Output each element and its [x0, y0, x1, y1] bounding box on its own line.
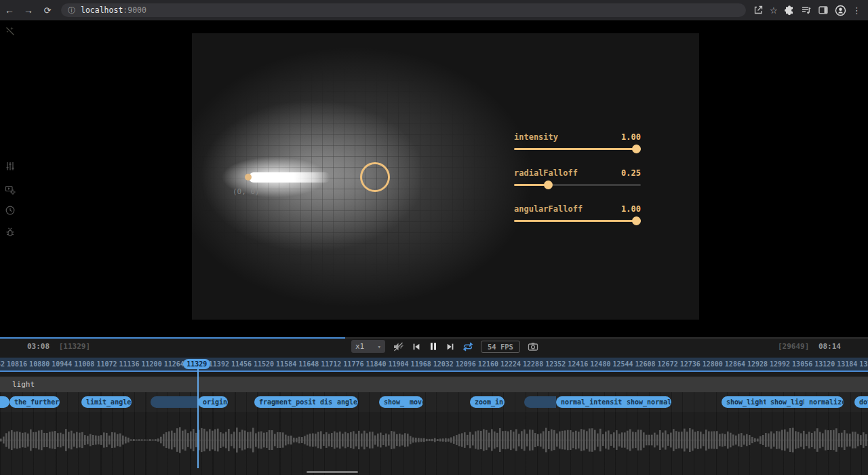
clip[interactable]: move	[405, 396, 423, 408]
ruler-frame-label: 11072	[96, 360, 117, 368]
timeline-divider	[0, 372, 868, 377]
clip[interactable]: dist	[315, 396, 332, 408]
ruler-frame-label: 12544	[612, 360, 633, 368]
ruler-frame-label: 12416	[568, 360, 588, 368]
clips-track[interactable]: the_furtherlimit_angleoriginfragment_pos…	[0, 392, 868, 412]
screenshot-camera-icon[interactable]	[528, 341, 538, 352]
current-frame-badge[interactable]: 11329	[183, 359, 210, 369]
slider-label: radialFalloff	[514, 168, 578, 178]
loop-icon[interactable]	[462, 341, 473, 352]
seek-rail[interactable]	[0, 337, 868, 339]
ruler-frame-label: 12736	[680, 360, 701, 368]
forward-icon[interactable]: →	[19, 5, 38, 16]
clip[interactable]: fragment_positi	[254, 396, 315, 408]
slider-radial-falloff[interactable]: radialFalloff 0.25	[514, 168, 641, 186]
clock-icon[interactable]	[5, 205, 16, 218]
ruler-frame-label: 10944	[52, 360, 72, 368]
ruler-frame-label: 13056	[792, 360, 812, 368]
back-icon[interactable]: ←	[0, 5, 19, 16]
slider-track[interactable]	[514, 148, 641, 150]
slider-knob[interactable]	[544, 180, 553, 189]
light-origin-handle[interactable]	[245, 174, 252, 180]
address-bar[interactable]: ⓘ localhost:9000	[61, 3, 746, 17]
ruler-frame-label: 11264	[164, 360, 184, 368]
current-time: 03:08	[27, 342, 50, 351]
clip[interactable]: show_	[379, 396, 405, 408]
clip[interactable]: zoom_in	[470, 396, 505, 408]
skip-end-icon[interactable]	[446, 342, 455, 352]
ruler-frame-label: 12672	[658, 360, 678, 368]
refresh-icon[interactable]: ⟳	[38, 5, 57, 16]
clip[interactable]: normal_intensity	[556, 396, 622, 408]
origin-coordinates-label: (0, 0)	[233, 187, 260, 196]
uniform-sliders-panel: intensity 1.00 radialFalloff 0.25 angula…	[514, 132, 641, 240]
ruler-frame-label: 12352	[545, 360, 566, 368]
ruler-frame-label: 12288	[523, 360, 543, 368]
slider-knob[interactable]	[632, 216, 641, 225]
left-toolbar	[0, 20, 20, 337]
clip[interactable]	[0, 396, 9, 408]
media-list-icon[interactable]	[801, 5, 812, 16]
extensions-puzzle-icon[interactable]	[784, 5, 795, 16]
frame-ruler[interactable]: 11329 1075210816108801094411008110721113…	[0, 358, 868, 372]
light-beam	[249, 172, 330, 183]
selection-circle[interactable]	[360, 162, 390, 192]
ruler-frame-label: 12800	[703, 360, 723, 368]
horizontal-scrollbar[interactable]	[307, 471, 358, 473]
slider-track[interactable]	[514, 184, 641, 186]
playhead[interactable]	[197, 369, 199, 468]
clip[interactable]: show_light_	[722, 396, 766, 408]
clip[interactable]: angle	[332, 396, 358, 408]
media-settings-icon[interactable]	[5, 184, 16, 197]
clip[interactable]: limit_angle	[81, 396, 132, 408]
clip[interactable]: origin	[198, 396, 228, 408]
slider-label: intensity	[514, 132, 558, 142]
clip[interactable]: dot	[854, 396, 868, 408]
slider-track[interactable]	[514, 220, 641, 222]
slider-angular-falloff[interactable]: angularFalloff 1.00	[514, 204, 641, 222]
url-port: :9000	[123, 5, 146, 15]
slider-value: 1.00	[621, 204, 641, 214]
current-frame: [11329]	[59, 342, 90, 351]
ruler-frame-label: 11712	[321, 360, 341, 368]
side-panel-icon[interactable]	[818, 5, 829, 16]
fps-counter: 54 FPS	[481, 341, 520, 353]
preview-canvas[interactable]: (0, 0) intensity 1.00 radialFalloff 0.25	[192, 33, 699, 320]
tune-sliders-icon[interactable]	[5, 161, 16, 174]
ruler-frame-label: 10816	[7, 360, 27, 368]
slider-value: 1.00	[621, 132, 641, 142]
clip[interactable]: the_further	[9, 396, 60, 408]
ruler-frame-label: 11648	[298, 360, 319, 368]
clip[interactable]: show_normal	[622, 396, 671, 408]
bug-debug-icon[interactable]	[5, 227, 16, 240]
site-info-icon[interactable]: ⓘ	[68, 5, 75, 16]
ruler-frame-label: 12160	[478, 360, 498, 368]
wand-off-icon[interactable]	[5, 26, 16, 39]
profile-avatar[interactable]	[835, 5, 846, 16]
clip[interactable]: normalize	[804, 396, 844, 408]
menu-kebab-icon[interactable]: ⋮	[852, 5, 861, 16]
ruler-frame-label: 11968	[411, 360, 431, 368]
clip[interactable]: show_ligh	[766, 396, 804, 408]
clip-body[interactable]	[524, 396, 556, 408]
mute-icon[interactable]	[393, 341, 404, 352]
audio-waveform[interactable]	[0, 412, 868, 475]
speed-value: x1	[355, 342, 364, 351]
slider-knob[interactable]	[632, 145, 641, 153]
clip-body[interactable]	[151, 396, 198, 408]
ruler-frame-label: 11520	[254, 360, 274, 368]
slider-intensity[interactable]: intensity 1.00	[514, 132, 641, 150]
track-header[interactable]: light	[0, 377, 868, 392]
pause-icon[interactable]	[429, 341, 438, 352]
share-icon[interactable]	[753, 5, 764, 16]
ruler-frame-label: 11136	[119, 360, 139, 368]
app-viewport: (0, 0) intensity 1.00 radialFalloff 0.25	[0, 20, 868, 337]
waveform-graph	[0, 412, 868, 475]
speed-select[interactable]: x1▾	[351, 340, 385, 353]
ruler-frame-label: 13120	[814, 360, 835, 368]
skip-start-icon[interactable]	[412, 342, 421, 352]
bookmark-star-icon[interactable]: ☆	[770, 5, 778, 16]
ruler-frame-label: 10752	[0, 360, 5, 368]
ruler-frame-label: 11008	[74, 360, 94, 368]
total-frames: [29649]	[778, 342, 809, 351]
